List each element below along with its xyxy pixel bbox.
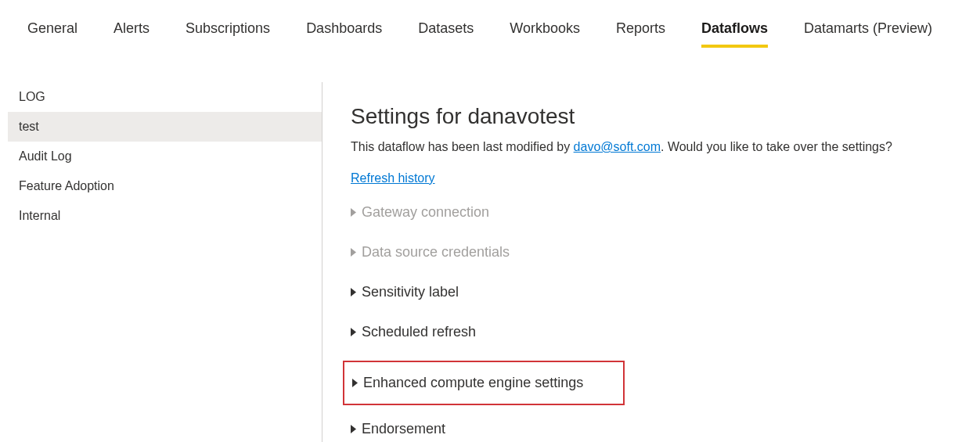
section-label: Enhanced compute engine settings xyxy=(363,375,583,391)
tab-dashboards[interactable]: Dashboards xyxy=(306,14,382,48)
top-tabs: GeneralAlertsSubscriptionsDashboardsData… xyxy=(0,0,980,48)
sidebar-item-test[interactable]: test xyxy=(8,112,322,142)
section-label: Gateway connection xyxy=(362,204,489,221)
tab-dataflows[interactable]: Dataflows xyxy=(701,14,768,48)
tab-reports[interactable]: Reports xyxy=(616,14,665,48)
desc-text-pre: This dataflow has been last modified by xyxy=(351,140,574,153)
section-enhanced-compute-engine-settings[interactable]: Enhanced compute engine settings xyxy=(343,361,625,405)
caret-right-icon xyxy=(351,208,358,217)
sidebar-item-log[interactable]: LOG xyxy=(8,82,322,112)
section-endorsement[interactable]: Endorsement xyxy=(351,421,980,437)
section-label: Sensitivity label xyxy=(362,284,459,300)
section-gateway-connection[interactable]: Gateway connection xyxy=(351,204,980,221)
caret-right-icon xyxy=(351,425,358,433)
section-sensitivity-label[interactable]: Sensitivity label xyxy=(351,284,980,300)
caret-right-icon xyxy=(351,248,358,257)
section-label: Endorsement xyxy=(362,421,445,437)
main-layout: LOGtestAudit LogFeature AdoptionInternal… xyxy=(0,82,980,442)
section-scheduled-refresh[interactable]: Scheduled refresh xyxy=(351,324,980,340)
page-description: This dataflow has been last modified by … xyxy=(351,140,980,154)
modified-by-email-link[interactable]: davo@soft.com xyxy=(574,140,661,153)
caret-right-icon xyxy=(351,288,358,296)
tab-workbooks[interactable]: Workbooks xyxy=(510,14,580,48)
tab-subscriptions[interactable]: Subscriptions xyxy=(186,14,270,48)
page-title: Settings for danavotest xyxy=(351,104,980,129)
tab-general[interactable]: General xyxy=(27,14,77,48)
caret-right-icon xyxy=(351,328,358,336)
refresh-history-link[interactable]: Refresh history xyxy=(351,171,435,185)
sidebar-item-audit-log[interactable]: Audit Log xyxy=(8,142,322,171)
caret-right-icon xyxy=(352,379,360,387)
tab-datamarts-preview-[interactable]: Datamarts (Preview) xyxy=(804,14,932,48)
section-label: Scheduled refresh xyxy=(362,324,476,340)
tab-alerts[interactable]: Alerts xyxy=(113,14,150,48)
sidebar: LOGtestAudit LogFeature AdoptionInternal xyxy=(0,82,322,442)
section-label: Data source credentials xyxy=(362,244,510,261)
sidebar-item-internal[interactable]: Internal xyxy=(8,201,322,231)
content-area: Settings for danavotest This dataflow ha… xyxy=(322,82,980,442)
tab-datasets[interactable]: Datasets xyxy=(418,14,474,48)
desc-text-post: . Would you like to take over the settin… xyxy=(661,140,892,153)
sidebar-item-feature-adoption[interactable]: Feature Adoption xyxy=(8,171,322,201)
section-data-source-credentials[interactable]: Data source credentials xyxy=(351,244,980,261)
